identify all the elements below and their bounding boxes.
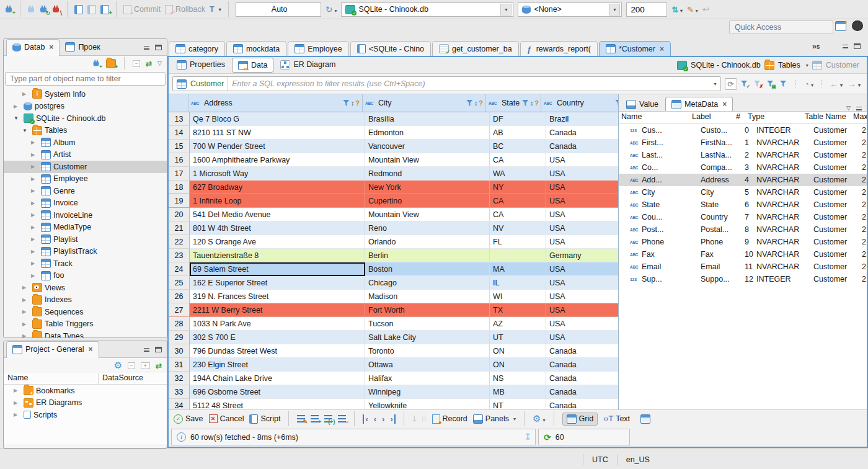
cell-country[interactable]: USA (546, 208, 618, 221)
column-filter-icon[interactable] (466, 99, 473, 107)
row-number[interactable]: 15 (169, 140, 190, 153)
remove-filter-icon[interactable]: ✗ (754, 80, 762, 87)
row-number[interactable]: 31 (169, 358, 190, 372)
cell-city[interactable]: Edmonton (365, 126, 490, 140)
new-folder-icon[interactable]: + (106, 59, 116, 68)
metadata-row[interactable]: Post... Postal... 8 NVARCHAR Customer 2,… (619, 223, 867, 236)
cell-state[interactable]: MB (490, 385, 546, 399)
tree-item[interactable]: Views (4, 282, 167, 294)
column-help-icon[interactable]: ? (355, 99, 360, 107)
sql-filter-input[interactable]: Customer Enter a SQL expression to filte… (172, 76, 721, 91)
panel-menu-icon[interactable]: ▽ (846, 105, 851, 111)
nav-back-icon[interactable]: ←▾ (830, 79, 843, 89)
sort-icon[interactable]: ↕ (530, 100, 533, 107)
cell-country[interactable]: USA (546, 262, 618, 276)
expand-arrow-icon[interactable] (31, 200, 38, 206)
tree-item[interactable]: Table Triggers (4, 318, 167, 331)
script-button[interactable]: Script (249, 414, 280, 424)
cell-state[interactable]: UT (490, 331, 546, 344)
row-number[interactable]: 14 (169, 126, 190, 140)
row-number[interactable]: 24 (169, 262, 190, 276)
expand-arrow-icon[interactable] (22, 333, 30, 338)
cell-address[interactable]: Qe 7 Bloco G (190, 112, 365, 126)
database-dropdown-icon[interactable]: ▼ (609, 4, 620, 16)
tree-item[interactable]: SQLite - Chinook.db (4, 112, 167, 125)
cell-country[interactable]: Canada (546, 344, 618, 358)
cell-state[interactable]: CA (490, 208, 546, 221)
previous-row-icon[interactable]: ‹ (374, 414, 376, 424)
cell-country[interactable]: USA (546, 153, 618, 167)
breadcrumb-entity[interactable]: Customer (826, 61, 859, 69)
connection-combo[interactable]: SQLite - Chinook.db ▼ (341, 2, 513, 17)
cell-address[interactable]: 120 S Orange Ave (190, 235, 365, 249)
record-toggle-button[interactable]: ● Record (432, 414, 467, 424)
editor-subtab[interactable]: Properties (171, 58, 231, 71)
metadata-row[interactable]: Sup... Suppo... 12 INTEGER Customer 2,14… (619, 273, 867, 285)
cell-city[interactable]: Brasília (365, 112, 490, 126)
metadata-row[interactable]: Add... Address 4 NVARCHAR Customer 2,147… (619, 174, 867, 186)
cell-state[interactable]: NY (490, 181, 546, 194)
row-number[interactable]: 16 (169, 153, 190, 167)
breadcrumb-connection[interactable]: SQLite - Chinook.db (691, 61, 761, 69)
expand-arrow-icon[interactable] (22, 91, 30, 97)
tree-item[interactable]: Tables (4, 125, 167, 137)
expand-arrow-icon[interactable] (14, 412, 21, 418)
collapse-all-icon[interactable]: − (133, 60, 140, 67)
cell-city[interactable]: New York (365, 181, 490, 194)
editor-tab[interactable]: *Customer × (599, 41, 671, 56)
cell-state[interactable]: DF (490, 112, 546, 126)
column-filter-icon[interactable] (343, 99, 350, 107)
apply-filter-icon[interactable]: ✓ (741, 80, 749, 87)
fetch-size-input[interactable] (626, 2, 667, 17)
sql-history-icon[interactable]: ↻▾ (326, 4, 337, 14)
duplicate-row-icon[interactable]: (+) (324, 415, 332, 422)
cell-city[interactable]: Vancouver (365, 140, 490, 153)
column-header-name[interactable]: Name (4, 373, 98, 384)
editor-tab[interactable]: category (169, 41, 225, 56)
tree-item[interactable]: Invoice (4, 197, 167, 210)
expand-arrow-icon[interactable] (31, 140, 38, 145)
new-connection-icon[interactable]: + (5, 6, 13, 14)
expand-arrow-icon[interactable] (31, 273, 38, 279)
cell-state[interactable]: BC (490, 140, 546, 153)
cell-city[interactable]: Redmond (365, 167, 490, 181)
recent-sql-editor-icon[interactable] (87, 5, 96, 14)
row-number[interactable]: 29 (169, 331, 190, 344)
tree-item[interactable]: Data Types (4, 330, 167, 338)
collapse-all-icon[interactable]: − (128, 362, 135, 369)
link-editor-icon[interactable]: ⇄ (146, 59, 152, 68)
tree-item[interactable]: Employee (4, 173, 167, 185)
cell-address[interactable]: 162 E Superior Street (190, 276, 365, 290)
expand-arrow-icon[interactable] (31, 249, 38, 254)
cell-address[interactable]: 627 Broadway (190, 181, 365, 194)
tree-item[interactable]: Artist (4, 149, 167, 161)
editor-subtab[interactable]: ER Diagram (275, 58, 341, 71)
editor-subtab[interactable]: Data (232, 58, 273, 73)
add-row-icon[interactable]: + (311, 415, 319, 422)
cell-country[interactable]: Brazil (546, 112, 618, 126)
editor-tab[interactable]: get_customer_ba (432, 41, 519, 56)
row-number[interactable]: 34 (169, 399, 190, 409)
tree-item[interactable]: Scripts (4, 409, 167, 421)
cell-country[interactable]: USA (546, 290, 618, 303)
cell-country[interactable]: Canada (546, 372, 618, 385)
cell-country[interactable]: USA (546, 167, 618, 181)
close-icon[interactable]: × (49, 43, 53, 51)
tree-item[interactable]: postgres (4, 100, 167, 113)
cell-city[interactable]: Reno (365, 221, 490, 235)
cell-state[interactable]: CA (490, 194, 546, 208)
row-number[interactable]: 30 (169, 344, 190, 358)
metadata-row[interactable]: Cus... Custo... 0 INTEGER Customer 2,147… (619, 124, 867, 136)
cell-country[interactable]: Canada (546, 385, 618, 399)
column-header[interactable]: City ↕ ? (363, 94, 486, 112)
tree-item[interactable]: Indexes (4, 294, 167, 306)
cell-address[interactable]: 302 S 700 E (190, 331, 365, 344)
cell-state[interactable]: NT (490, 399, 546, 409)
expand-arrow-icon[interactable] (31, 176, 38, 182)
expand-arrow-icon[interactable] (14, 104, 21, 109)
expand-arrow-icon[interactable] (22, 321, 30, 327)
cell-city[interactable]: Mountain View (365, 153, 490, 167)
cell-state[interactable]: IL (490, 276, 546, 290)
cell-city[interactable]: Mountain View (365, 208, 490, 221)
cell-address[interactable]: 1033 N Park Ave (190, 317, 365, 331)
